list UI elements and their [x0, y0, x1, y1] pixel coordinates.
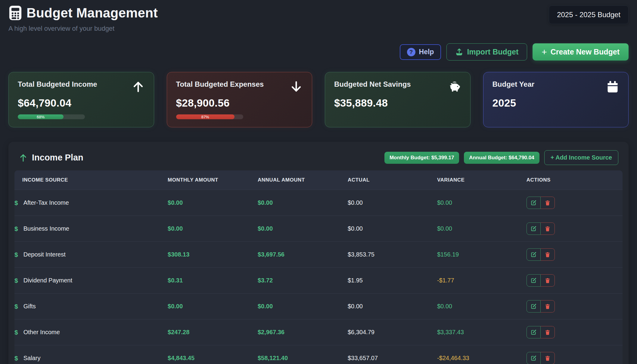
variance-cell: $3,337.43 [437, 322, 527, 342]
income-source-name: Gifts [23, 303, 36, 310]
annual-amount-cell: $3.72 [258, 270, 348, 291]
delete-button[interactable] [541, 197, 555, 209]
column-header-actions: Actions [527, 170, 623, 190]
edit-button[interactable] [527, 274, 541, 287]
delete-button[interactable] [541, 326, 555, 338]
annual-amount-cell: $0.00 [258, 219, 348, 239]
annual-amount-cell: $0.00 [258, 296, 348, 316]
dollar-icon: $ [14, 355, 18, 362]
trash-icon [545, 226, 551, 232]
delete-button[interactable] [541, 222, 555, 235]
variance-cell: $0.00 [437, 296, 527, 316]
edit-button[interactable] [527, 222, 541, 235]
edit-pencil-icon [530, 200, 537, 206]
monthly-amount-cell: $0.00 [168, 296, 258, 316]
row-action-group [527, 197, 555, 209]
page-header: Budget Management A high level overview … [8, 5, 629, 33]
column-header-variance: Variance [437, 170, 527, 190]
column-header-actual: Actual [348, 170, 437, 190]
stat-value: $64,790.04 [18, 97, 145, 109]
stat-value: 2025 [493, 97, 620, 109]
delete-button[interactable] [541, 352, 555, 364]
annual-amount-cell: $3,697.56 [258, 244, 348, 265]
income-source-name: After-Tax Income [23, 199, 69, 206]
trash-icon [545, 303, 551, 310]
actual-amount-cell: $3,853.75 [348, 244, 437, 265]
row-action-group [527, 248, 555, 261]
variance-cell: $156.19 [437, 244, 527, 265]
actual-amount-cell: $6,304.79 [348, 322, 437, 342]
actual-amount-cell: $0.00 [348, 193, 437, 213]
edit-pencil-icon [530, 277, 537, 284]
page-subtitle: A high level overview of your budget [8, 25, 158, 33]
income-progress-bar: 68% [18, 114, 85, 119]
import-budget-label: Import Budget [467, 48, 518, 56]
actual-amount-cell: $0.00 [348, 296, 437, 316]
progress-percent-label: 87% [201, 115, 209, 119]
variance-cell: -$1.77 [437, 270, 527, 291]
edit-button[interactable] [527, 197, 541, 209]
row-action-group [527, 222, 555, 235]
annual-amount-cell: $0.00 [258, 193, 348, 213]
monthly-budget-badge: Monthly Budget: $5,399.17 [384, 152, 459, 164]
question-circle-icon: ? [407, 48, 415, 56]
add-income-source-button[interactable]: + Add Income Source [544, 150, 618, 165]
table-row: $ Other Income $247.28 $2,967.36 $6,304.… [14, 319, 623, 345]
help-button[interactable]: ? Help [400, 44, 441, 60]
import-budget-button[interactable]: Import Budget [446, 43, 527, 61]
income-up-arrow-icon [19, 153, 28, 162]
row-action-group [527, 326, 555, 338]
progress-percent-label: 68% [37, 115, 45, 119]
monthly-amount-cell: $0.00 [168, 193, 258, 213]
stat-cards: Total Budgeted Income $64,790.04 68% Tot… [8, 72, 629, 127]
income-table: Income Source Monthly Amount Annual Amou… [14, 170, 623, 364]
edit-button[interactable] [527, 300, 541, 313]
edit-pencil-icon [530, 226, 537, 232]
actual-amount-cell: $1.95 [348, 270, 437, 291]
stat-card-net-savings: Budgeted Net Savings $35,889.48 [325, 72, 471, 127]
trash-icon [545, 252, 551, 258]
trash-icon [545, 355, 551, 361]
income-table-header: Income Source Monthly Amount Annual Amou… [14, 170, 623, 190]
create-new-budget-label: Create New Budget [551, 48, 620, 56]
stat-card-total-income: Total Budgeted Income $64,790.04 68% [8, 72, 154, 127]
trash-icon [545, 278, 551, 284]
column-header-monthly: Monthly Amount [168, 170, 258, 190]
variance-cell: $0.00 [437, 219, 527, 239]
budget-selector[interactable]: 2025 - 2025 Budget [549, 5, 629, 24]
delete-button[interactable] [541, 248, 555, 261]
edit-pencil-icon [530, 251, 537, 258]
delete-button[interactable] [541, 274, 555, 287]
edit-pencil-icon [530, 303, 537, 310]
delete-button[interactable] [541, 300, 555, 313]
table-row: $ After-Tax Income $0.00 $0.00 $0.00 $0.… [14, 190, 623, 216]
table-row: $ Salary $4,843.45 $58,121.40 $33,657.07… [14, 345, 623, 364]
income-source-name: Dividend Payment [23, 277, 72, 284]
trash-icon [545, 329, 551, 335]
dollar-icon: $ [14, 303, 18, 310]
dollar-icon: $ [14, 199, 18, 207]
arrow-up-icon [132, 80, 145, 93]
actual-amount-cell: $0.00 [348, 219, 437, 239]
annual-budget-badge: Annual Budget: $64,790.04 [464, 152, 539, 164]
expense-progress-bar: 87% [176, 114, 243, 119]
upload-icon [455, 48, 463, 56]
edit-button[interactable] [527, 248, 541, 261]
income-source-name: Deposit Interest [23, 251, 66, 258]
stat-label: Total Budgeted Income [18, 80, 97, 89]
variance-cell: -$24,464.33 [437, 348, 527, 364]
monthly-amount-cell: $0.31 [168, 270, 258, 291]
edit-button[interactable] [527, 352, 541, 364]
table-row: $ Dividend Payment $0.31 $3.72 $1.95 -$1… [14, 267, 623, 293]
toolbar: ? Help Import Budget + Create New Budget [8, 43, 629, 61]
column-header-annual: Annual Amount [258, 170, 348, 190]
edit-button[interactable] [527, 326, 541, 338]
edit-pencil-icon [530, 329, 537, 335]
annual-amount-cell: $2,967.36 [258, 322, 348, 342]
stat-label: Budgeted Net Savings [334, 80, 411, 89]
dollar-icon: $ [14, 329, 18, 336]
row-action-group [527, 352, 555, 364]
create-new-budget-button[interactable]: + Create New Budget [533, 43, 629, 61]
stat-value: $28,900.56 [176, 97, 303, 109]
trash-icon [545, 200, 551, 206]
